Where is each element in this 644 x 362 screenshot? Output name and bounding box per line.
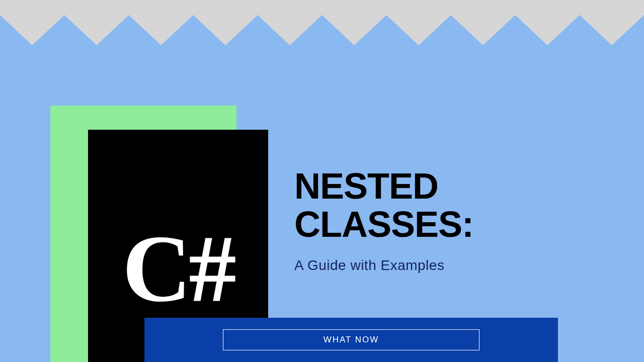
svg-marker-0: [0, 0, 644, 45]
cta-bar: WHAT NOW: [144, 318, 558, 362]
cta-button[interactable]: WHAT NOW: [223, 329, 479, 350]
title-line-1: NESTED: [294, 167, 473, 206]
text-block: NESTED CLASSES: A Guide with Examples: [294, 167, 473, 274]
page-title: NESTED CLASSES:: [294, 167, 473, 243]
zigzag-border: [0, 0, 644, 45]
csharp-logo: C#: [122, 214, 234, 323]
subtitle: A Guide with Examples: [294, 257, 473, 274]
title-line-2: CLASSES:: [294, 206, 473, 244]
